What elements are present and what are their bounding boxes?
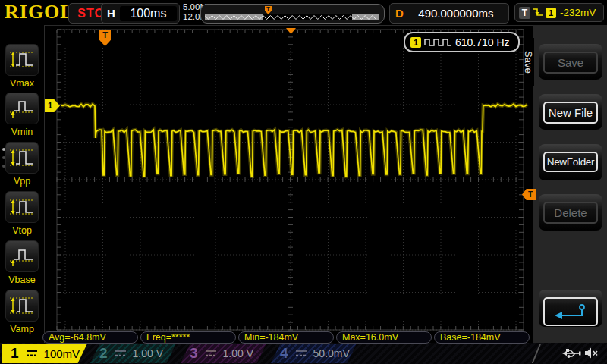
back-button[interactable] xyxy=(539,290,602,327)
new-file-button[interactable]: New File xyxy=(539,94,602,130)
channel1-number: 1 xyxy=(11,345,19,362)
trigger-level-value: -232mV xyxy=(560,7,596,18)
dc-coupling-icon xyxy=(205,350,217,357)
measurement-base: Base=-184mV xyxy=(434,331,530,344)
vmin-button[interactable] xyxy=(5,93,39,124)
trigger-source-badge: 1 xyxy=(546,8,556,18)
channel3-status[interactable]: 3 1.00 V xyxy=(181,344,266,363)
vpp-button[interactable] xyxy=(5,142,39,174)
menu-tab-save: Save xyxy=(524,38,534,86)
memory-band xyxy=(205,14,379,20)
vmax-icon xyxy=(8,49,36,71)
memory-wave-icon xyxy=(205,14,379,20)
horizontal-label: H xyxy=(107,7,115,20)
delete-button-label: Delete xyxy=(543,202,598,224)
new-file-button-label: New File xyxy=(543,102,598,124)
memory-waveform-thumbnail: T xyxy=(200,4,385,24)
vtop-label: Vtop xyxy=(0,225,44,236)
return-arrow-icon xyxy=(553,303,588,321)
speaker-muted-icon xyxy=(584,347,599,359)
vbase-icon xyxy=(8,245,36,268)
measurement-min: Min=-184mV xyxy=(238,331,334,344)
usb-icon xyxy=(562,347,582,359)
status-divider xyxy=(532,344,542,363)
vamp-button[interactable] xyxy=(5,290,39,322)
measurement-bar: Avg=-64.8mV Freq=***** Min=-184mV Max=16… xyxy=(42,331,530,344)
trigger-box: T 1 -232mV xyxy=(514,3,604,22)
rigol-logo: RIGOL xyxy=(5,1,74,24)
vtop-button[interactable] xyxy=(5,191,39,223)
channel-status-bar: 1 100mV 2 1.00 V 3 1.00 V 4 xyxy=(0,343,607,364)
falling-edge-icon xyxy=(533,7,543,19)
square-wave-icon xyxy=(424,38,451,47)
measurement-max: Max=16.0mV xyxy=(336,331,432,344)
vpp-label: Vpp xyxy=(0,176,44,187)
oscilloscope-screen: RIGOL STOP H 100ms 5.00MSa/s 12.0M pts T… xyxy=(0,0,607,364)
new-folder-button[interactable]: NewFolder xyxy=(539,144,602,180)
waveform-display xyxy=(44,27,530,340)
delay-box: D 490.000000ms xyxy=(389,3,509,24)
new-folder-button-label: NewFolder xyxy=(543,152,598,172)
dc-coupling-icon xyxy=(295,350,307,357)
channel3-number: 3 xyxy=(190,345,198,362)
horizontal-timebase-box: H 100ms xyxy=(101,3,180,24)
vmax-button[interactable] xyxy=(5,44,39,76)
vmin-label: Vmin xyxy=(0,127,44,137)
channel4-scale: 50.0mV xyxy=(313,347,350,359)
channel4-status[interactable]: 4 50.0mV xyxy=(271,344,357,363)
vmin-icon xyxy=(8,97,36,120)
menu-page-dot-active xyxy=(2,148,5,151)
delay-value: 490.000000ms xyxy=(404,7,508,20)
delete-button[interactable]: Delete xyxy=(539,194,602,231)
channel1-scale: 100mV xyxy=(44,347,80,360)
channel4-number: 4 xyxy=(280,345,288,362)
vtop-icon xyxy=(8,196,36,218)
menu-page-dot xyxy=(2,156,5,159)
frequency-value: 610.710 Hz xyxy=(455,36,510,49)
freq-channel-badge: 1 xyxy=(410,37,421,48)
channel2-status[interactable]: 2 1.00 V xyxy=(90,344,176,363)
channel2-number: 2 xyxy=(99,345,108,362)
top-status-bar: RIGOL STOP H 100ms 5.00MSa/s 12.0M pts T… xyxy=(0,0,607,26)
menu-page-dot xyxy=(2,165,5,168)
vbase-button[interactable] xyxy=(5,240,39,272)
vertical-measure-menu: Vertical Vmax Vmin xyxy=(0,25,45,343)
frequency-readout: 1 610.710 Hz xyxy=(404,32,520,52)
vamp-label: Vamp xyxy=(0,324,44,334)
vbase-label: Vbase xyxy=(0,275,44,285)
vamp-icon xyxy=(8,294,36,317)
vmax-label: Vmax xyxy=(0,78,44,89)
trigger-label: T xyxy=(519,7,530,19)
dc-coupling-icon xyxy=(26,350,38,357)
channel1-status[interactable]: 1 100mV xyxy=(2,344,87,363)
channel3-scale: 1.00 V xyxy=(223,347,253,359)
channel2-scale: 1.00 V xyxy=(133,347,163,359)
dc-coupling-icon xyxy=(115,350,127,357)
delay-label: D xyxy=(395,7,404,20)
measurement-freq: Freq=***** xyxy=(140,331,236,344)
timebase-value: 100ms xyxy=(120,6,177,21)
measurement-avg: Avg=-64.8mV xyxy=(42,331,138,344)
vpp-icon xyxy=(8,146,36,169)
save-button-label: Save xyxy=(543,52,598,74)
save-button[interactable]: Save xyxy=(539,44,602,80)
